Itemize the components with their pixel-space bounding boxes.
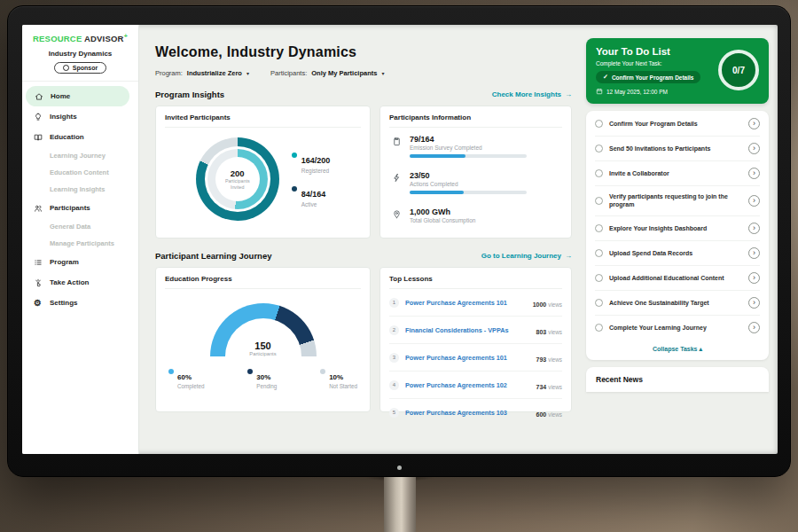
donut-center-label: Participants Invited — [220, 178, 255, 191]
sidebar-item-settings[interactable]: ⚙ Settings — [22, 293, 138, 313]
tap-icon — [33, 278, 43, 287]
task-label: Upload Additional Educational Content — [609, 274, 742, 282]
task-row[interactable]: Confirm Your Program Details › — [595, 112, 760, 137]
invited-legend: 164/200 Registered 84/164 Active — [292, 151, 331, 207]
sidebar-item-manage-participants[interactable]: Manage Participants — [22, 235, 138, 252]
task-row[interactable]: Complete Your Learning Journey › — [595, 316, 760, 340]
sidebar-item-education-content[interactable]: Education Content — [22, 164, 138, 181]
todo-progress-ring: 0/7 — [718, 50, 759, 90]
donut-center: 200 Participants Invited — [215, 157, 260, 201]
sidebar-item-label: Participants — [50, 204, 90, 212]
participants-filter-dropdown[interactable]: Participants: Only My Participants ▾ — [270, 69, 384, 77]
education-gauge-chart: 150 Participants — [210, 303, 317, 356]
task-row[interactable]: Explore Your Insights Dashboard › — [595, 216, 760, 241]
task-row[interactable]: Upload Additional Educational Content › — [595, 266, 760, 291]
lesson-link[interactable]: Power Purchase Agreements 103 — [405, 409, 530, 417]
legend-dot — [292, 186, 297, 192]
go-to-learning-journey-link[interactable]: Go to Learning Journey → — [481, 252, 572, 260]
stat-global-consumption: 1,000 GWh Total Global Consumption — [389, 200, 562, 230]
check-more-insights-link[interactable]: Check More Insights → — [492, 90, 572, 98]
lesson-rank: 1 — [389, 298, 399, 308]
section-title: Participant Learning Journey — [155, 251, 271, 261]
sponsor-badge[interactable]: Sponsor — [54, 62, 106, 74]
lesson-link[interactable]: Financial Considerations - VPPAs — [405, 326, 530, 334]
sidebar-item-home[interactable]: Home — [26, 86, 129, 106]
next-task-label: Confirm Your Program Details — [612, 74, 694, 81]
task-row[interactable]: Invite a Collaborator › — [595, 161, 760, 186]
power-led — [397, 466, 402, 470]
todo-panel: Your To Do List Complete Your Next Task:… — [583, 25, 778, 454]
link-label: Go to Learning Journey — [481, 252, 561, 260]
legend-value: 84/164 — [301, 190, 326, 199]
task-checkbox[interactable] — [595, 299, 603, 307]
arrow-right-icon: → — [565, 90, 572, 98]
lesson-link[interactable]: Power Purchase Agreements 102 — [405, 381, 530, 389]
chevron-right-icon[interactable]: › — [748, 118, 760, 129]
sidebar-item-learning-journey[interactable]: Learning Journey — [22, 147, 138, 164]
lesson-row: 3 Power Purchase Agreements 101 793views — [389, 344, 562, 372]
task-label: Complete Your Learning Journey — [609, 324, 742, 332]
chevron-right-icon[interactable]: › — [748, 195, 760, 207]
sidebar-item-general-data[interactable]: General Data — [22, 218, 138, 235]
views-suffix: views — [548, 411, 562, 418]
chevron-right-icon[interactable]: › — [748, 223, 760, 234]
chevron-right-icon[interactable]: › — [748, 168, 760, 179]
task-row[interactable]: Achieve One Sustainability Target › — [595, 291, 760, 316]
chevron-right-icon[interactable]: › — [748, 297, 760, 309]
task-row[interactable]: Verify participants requesting to join t… — [595, 186, 760, 216]
chevron-right-icon[interactable]: › — [748, 143, 760, 154]
task-checkbox[interactable] — [595, 197, 603, 205]
sidebar-item-learning-insights[interactable]: Learning Insights — [22, 181, 138, 198]
lesson-link[interactable]: Power Purchase Agreements 101 — [405, 299, 527, 307]
logo-resource: RESOURCE — [33, 34, 82, 43]
views-count: 803 — [536, 329, 547, 335]
views-suffix: views — [548, 384, 562, 390]
task-checkbox[interactable] — [595, 274, 603, 282]
sidebar-item-label: Settings — [50, 299, 78, 307]
recent-news-title: Recent News — [596, 375, 643, 384]
gauge-center: 150 Participants — [210, 340, 317, 356]
legend-label: Completed — [177, 383, 204, 389]
task-checkbox[interactable] — [595, 249, 603, 257]
task-checkbox[interactable] — [595, 145, 603, 153]
task-row[interactable]: Upload Spend Data Records › — [595, 241, 760, 266]
filter-value: Only My Participants — [311, 69, 377, 77]
arrow-right-icon: → — [565, 252, 572, 260]
chevron-right-icon[interactable]: › — [748, 322, 760, 333]
lesson-link[interactable]: Power Purchase Agreements 101 — [405, 354, 530, 362]
org-block: Industry Dynamics Sponsor — [22, 50, 138, 82]
sidebar-item-insights[interactable]: Insights — [22, 106, 138, 127]
task-label: Achieve One Sustainability Target — [609, 299, 742, 307]
top-lessons-card: Top Lessons 1 Power Purchase Agreements … — [379, 267, 572, 412]
task-checkbox[interactable] — [595, 120, 603, 128]
sidebar-item-education[interactable]: Education — [22, 127, 138, 147]
lesson-row: 1 Power Purchase Agreements 101 1000view… — [389, 289, 562, 317]
recent-news-card: Recent News — [586, 367, 769, 392]
collapse-tasks-link[interactable]: Collapse Tasks ▴ — [595, 340, 760, 360]
stat-value: 1,000 GWh — [410, 207, 475, 216]
legend-registered: 164/200 Registered — [292, 151, 331, 174]
donut-center-value: 200 — [231, 168, 245, 178]
chevron-right-icon[interactable]: › — [748, 247, 760, 259]
education-progress-card: Education Progress 150 Participants 60% — [155, 267, 371, 412]
task-label: Explore Your Insights Dashboard — [609, 224, 742, 232]
sidebar-item-program[interactable]: Program — [22, 252, 138, 272]
invited-donut-chart: 200 Participants Invited — [196, 137, 279, 221]
task-row[interactable]: Send 50 Invitations to Participants › — [595, 137, 760, 161]
chevron-right-icon[interactable]: › — [748, 272, 760, 284]
task-checkbox[interactable] — [595, 324, 603, 332]
legend-value: 164/200 — [301, 156, 331, 165]
chevron-down-icon: ▾ — [246, 70, 249, 76]
program-filter-dropdown[interactable]: Program: Industrialize Zero ▾ — [155, 69, 249, 77]
legend-value: 30% — [256, 373, 270, 381]
next-task-pill[interactable]: ✓ Confirm Your Program Details — [596, 71, 700, 83]
task-label: Invite a Collaborator — [609, 169, 742, 177]
lesson-rank: 5 — [389, 408, 399, 418]
program-insights-header: Program Insights Check More Insights → — [155, 90, 572, 99]
sidebar-item-take-action[interactable]: Take Action — [22, 272, 138, 293]
app-logo: RESOURCE ADVISOR+ — [22, 33, 138, 50]
sidebar-item-participants[interactable]: Participants — [22, 198, 138, 218]
task-checkbox[interactable] — [595, 169, 603, 177]
task-checkbox[interactable] — [595, 224, 603, 232]
program-insights-cards: Invited Participants 200 Participants In… — [155, 106, 572, 239]
